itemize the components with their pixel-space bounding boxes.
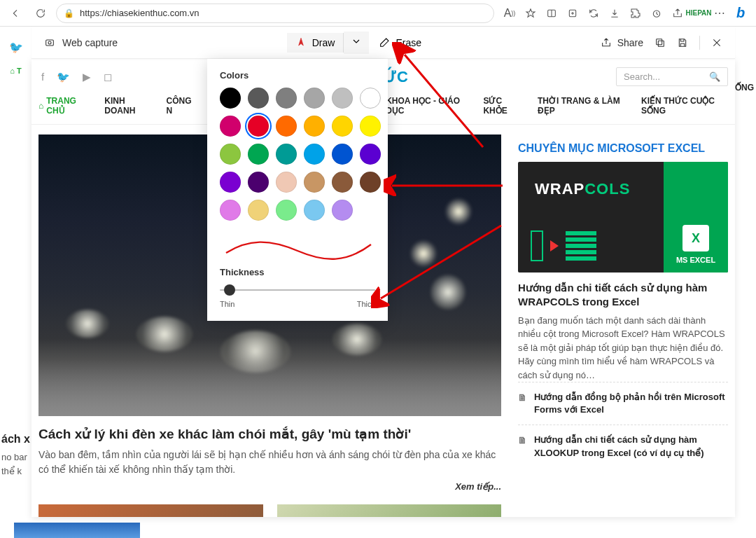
svg-rect-5 [658, 41, 664, 46]
article-title[interactable]: Cách xử lý khi đèn xe khác làm chói mắt,… [38, 426, 501, 442]
color-swatch[interactable] [276, 200, 297, 221]
web-capture-label: Web capture [62, 37, 118, 48]
color-swatch[interactable] [220, 172, 241, 193]
thickness-heading: Thickness [220, 267, 375, 277]
thin-label: Thin [220, 300, 234, 308]
copy-button[interactable] [654, 37, 666, 48]
color-swatch[interactable] [220, 88, 241, 109]
doc-icon: 🗎 [518, 392, 527, 416]
draw-options-chevron[interactable] [344, 32, 369, 54]
separator [699, 36, 700, 50]
facebook-icon[interactable]: f [41, 71, 44, 83]
share-label: Share [617, 37, 643, 48]
nav-item[interactable]: CÔNG N [167, 96, 196, 116]
extensions-button[interactable] [626, 4, 645, 23]
nav-item[interactable]: THỜI TRANG & LÀM ĐẸP [538, 96, 626, 116]
capture-icon [44, 37, 55, 48]
ext-logo-1[interactable]: HIEPAN [689, 4, 708, 23]
color-swatch[interactable] [220, 144, 241, 165]
downloads-button[interactable] [605, 4, 624, 23]
sync-button[interactable] [584, 4, 603, 23]
erase-label: Erase [396, 37, 421, 48]
chevron-down-icon [351, 36, 362, 47]
collections-button[interactable] [563, 4, 582, 23]
sidebar-link[interactable]: 🗎Hướng dẫn đồng bộ phản hồi trên Microso… [518, 382, 728, 425]
refresh-button[interactable] [31, 4, 50, 23]
doc-icon: 🗎 [518, 434, 527, 459]
url-text: https://chiasekienthuc.com.vn [80, 8, 200, 18]
svg-rect-6 [657, 39, 662, 44]
color-swatch[interactable] [332, 88, 353, 109]
color-swatch[interactable] [332, 116, 353, 137]
thumbnail-1[interactable] [38, 504, 263, 517]
close-button[interactable] [711, 37, 722, 48]
color-swatch[interactable] [360, 116, 381, 137]
performance-button[interactable] [647, 4, 666, 23]
color-swatch[interactable] [248, 172, 269, 193]
sidebar-link[interactable]: 🗎Hướng dẫn chi tiết cách sử dụng hàm XLO… [518, 425, 728, 467]
save-button[interactable] [677, 37, 688, 48]
twitter-icon-2[interactable]: 🐦 [57, 71, 70, 83]
share-icon [601, 37, 612, 48]
browser-toolbar: 🔒 https://chiasekienthuc.com.vn A)) HIEP… [0, 0, 756, 27]
thumbnail-2[interactable] [277, 504, 502, 517]
lock-icon: 🔒 [64, 8, 74, 18]
stroke-preview [220, 233, 375, 261]
sidebar-article-title[interactable]: Hướng dẫn chi tiết cách sử dụng hàm WRAP… [518, 281, 728, 310]
color-swatch[interactable] [220, 200, 241, 221]
nav-home[interactable]: ⌂ TRANG CHỦ [38, 96, 89, 116]
background-right-strip [735, 27, 756, 538]
nav-item[interactable]: KHOA HỌC - GIÁO DỤC [386, 96, 468, 116]
instagram-icon[interactable]: ◻ [104, 71, 112, 83]
color-swatch[interactable] [332, 172, 353, 193]
draw-options-popover: Colors Thickness Thin Thick [207, 59, 388, 321]
color-swatch[interactable] [304, 200, 325, 221]
bing-icon[interactable]: b [731, 4, 750, 23]
color-swatch[interactable] [304, 144, 325, 165]
share-button[interactable]: Share [601, 37, 643, 48]
background-left-strip: 🐦 ⌂ T ách x no bar thể k [0, 27, 31, 538]
slider-track [220, 289, 375, 291]
read-aloud-button[interactable]: A)) [500, 4, 519, 23]
nav-item[interactable]: SỨC KHỎE [483, 96, 522, 116]
color-swatch[interactable] [248, 200, 269, 221]
color-swatch[interactable] [332, 200, 353, 221]
youtube-icon[interactable]: ▶ [83, 71, 91, 83]
nav-item[interactable]: KIẾN THỨC CUỘC SỐNG [641, 96, 728, 116]
excel-banner[interactable]: WRAPCOLS X MS EXCEL [518, 162, 728, 273]
thickness-slider[interactable] [220, 284, 375, 296]
background-bottom-strip [0, 517, 756, 538]
color-swatch[interactable] [304, 172, 325, 193]
color-swatch[interactable] [248, 88, 269, 109]
split-tab-button[interactable] [542, 4, 561, 23]
erase-button[interactable]: Erase [369, 33, 431, 53]
svg-rect-3 [46, 40, 54, 46]
color-swatch[interactable] [360, 144, 381, 165]
twitter-icon: 🐦 [9, 41, 23, 54]
color-swatch[interactable] [248, 116, 269, 137]
sidebar-article-desc: Bạn đang muốn tách một danh sách dài thà… [518, 314, 728, 382]
nav-item[interactable]: KINH DOANH [104, 96, 150, 116]
color-swatch[interactable] [248, 144, 269, 165]
color-swatch[interactable] [220, 116, 241, 137]
share-page-button[interactable] [668, 4, 687, 23]
color-swatch[interactable] [360, 88, 381, 109]
color-swatch[interactable] [304, 116, 325, 137]
read-more-link[interactable]: Xem tiếp... [38, 481, 501, 492]
color-swatch[interactable] [360, 172, 381, 193]
more-button[interactable]: ⋯ [710, 4, 729, 23]
search-input[interactable]: Search... 🔍 [616, 67, 728, 86]
search-icon: 🔍 [709, 71, 720, 82]
widget-title: CHUYÊN MỤC MICROSOFT EXCEL [518, 134, 728, 162]
address-bar[interactable]: 🔒 https://chiasekienthuc.com.vn [56, 4, 494, 23]
color-swatch[interactable] [332, 144, 353, 165]
color-swatch[interactable] [276, 116, 297, 137]
color-swatch[interactable] [304, 88, 325, 109]
back-button[interactable] [6, 4, 25, 23]
draw-button[interactable]: Draw [287, 33, 344, 53]
color-swatch[interactable] [276, 144, 297, 165]
favorite-button[interactable] [521, 4, 540, 23]
color-swatch[interactable] [276, 172, 297, 193]
slider-thumb[interactable] [224, 284, 235, 296]
color-swatch[interactable] [276, 88, 297, 109]
